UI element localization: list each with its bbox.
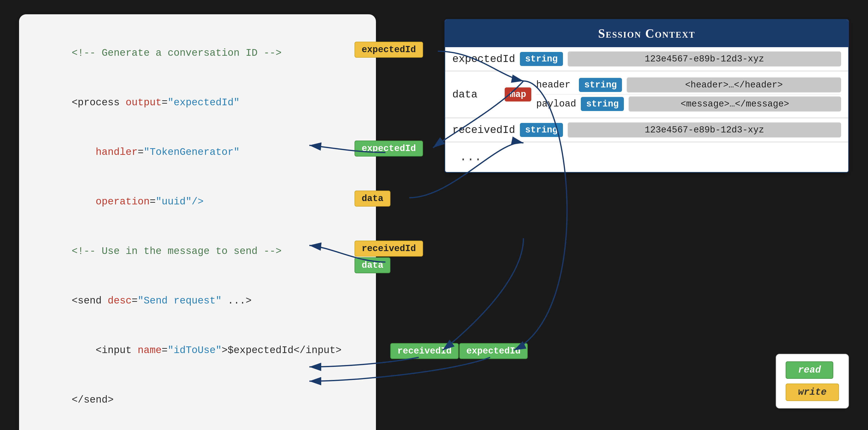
badge-payload-string: string xyxy=(581,97,624,111)
code-line-9: <!-- Receive response from system --> xyxy=(36,425,359,430)
annotation-data-yellow: data xyxy=(354,191,391,206)
code-panel: <!-- Generate a conversation ID --> <pro… xyxy=(19,14,376,430)
session-row-data: data map header string <header>…</header… xyxy=(445,71,848,118)
badge-expectedid-string: string xyxy=(520,52,563,66)
annotation-expectedid-green-bottom: expectedId xyxy=(459,343,528,359)
code-line-8: </send> xyxy=(36,375,359,425)
code-line-7: <input name="idToUse">$expectedId</input… xyxy=(36,326,359,375)
annotation-receivedid-yellow: receivedId xyxy=(354,240,423,257)
badge-receivedid-string: string xyxy=(520,123,563,137)
session-value-header: <header>…</header> xyxy=(627,78,841,92)
annotation-receivedid-green-bottom: receivedId xyxy=(390,343,459,359)
session-value-payload: <message>…</message> xyxy=(629,96,841,112)
legend-item-read: read xyxy=(786,362,839,379)
session-row-expectedid: expectedId string 123e4567-e89b-12d3-xyz xyxy=(445,47,848,71)
code-line-6: <send desc="Send request" ...> xyxy=(36,276,359,326)
code-line-2: <process output="expectedId" xyxy=(36,78,359,128)
code-comment: <!-- Generate a conversation ID --> xyxy=(72,48,281,59)
session-key-header: header xyxy=(536,80,574,90)
session-dots: ... xyxy=(452,146,489,168)
session-value-receivedid: 123e4567-e89b-12d3-xyz xyxy=(568,122,841,138)
session-panel: Session Context expectedId string 123e45… xyxy=(444,19,849,173)
annotation-expectedid-yellow: expectedId xyxy=(354,42,423,58)
code-line-3: handler="TokenGenerator" xyxy=(36,128,359,177)
code-line-1: <!-- Generate a conversation ID --> xyxy=(36,29,359,78)
code-line-5: <!-- Use in the message to send --> xyxy=(36,227,359,276)
legend-read-badge: read xyxy=(786,362,833,379)
badge-header-string: string xyxy=(579,78,622,92)
session-key-data: data xyxy=(452,89,500,101)
legend-write-badge: write xyxy=(786,383,839,401)
annotation-data-green: data xyxy=(354,257,391,273)
session-value-expectedid: 123e4567-e89b-12d3-xyz xyxy=(568,52,841,66)
badge-data-map: map xyxy=(505,87,531,102)
session-key-expectedid: expectedId xyxy=(452,53,515,65)
main-container: <!-- Generate a conversation ID --> <pro… xyxy=(0,0,868,430)
session-key-receivedid: receivedId xyxy=(452,124,515,136)
annotation-expectedid-green-send: expectedId xyxy=(354,141,423,156)
code-line-4: operation="uuid"/> xyxy=(36,177,359,227)
legend-item-write: write xyxy=(786,383,839,401)
legend-box: read write xyxy=(776,354,849,408)
session-row-receivedid: receivedId string 123e4567-e89b-12d3-xyz xyxy=(445,118,848,142)
session-row-dots: ... xyxy=(445,142,848,172)
session-key-payload: payload xyxy=(536,98,576,109)
session-title: Session Context xyxy=(445,20,848,47)
